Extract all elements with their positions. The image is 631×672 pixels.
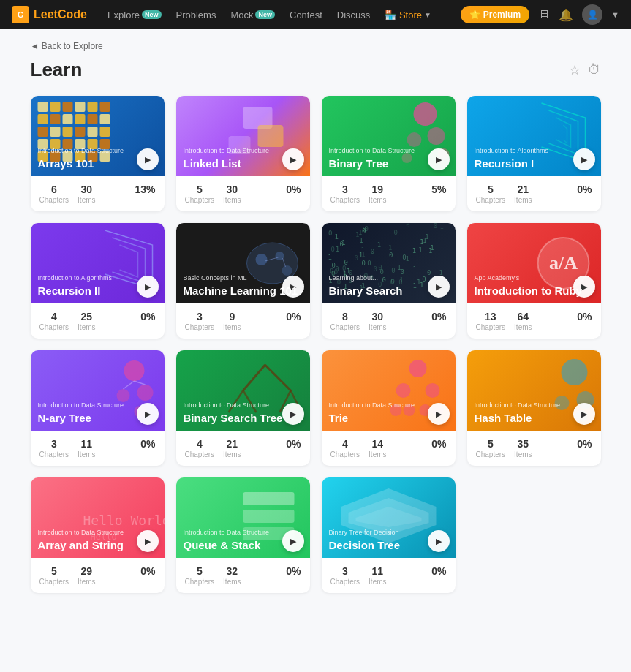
card-image-decision-tree: Binary Tree for Decision Decision Tree ▶ — [322, 477, 456, 558]
card-category-nary-tree: Introduction to Data Structure — [38, 401, 157, 409]
card-binary-tree[interactable]: Introduction to Data Structure Binary Tr… — [322, 96, 456, 211]
nav-contest[interactable]: Contest — [284, 7, 328, 23]
nav-explore[interactable]: Explore New — [102, 7, 167, 23]
items-stat-trie: 14 Items — [369, 438, 386, 458]
nav-discuss[interactable]: Discuss — [331, 7, 377, 23]
card-title-trie: Trie — [329, 412, 448, 425]
items-stat-binary-search: 30 Items — [369, 311, 386, 331]
items-stat-recursion-1: 21 Items — [514, 184, 532, 204]
card-footer-bst: 4 Chapters 21 Items 0% — [176, 431, 310, 466]
progress-stat-queue-stack: 0% — [286, 565, 301, 586]
card-linked-list[interactable]: Introduction to Data Structure Linked Li… — [176, 96, 310, 211]
page-actions: ☆ ⏱ — [569, 62, 601, 78]
notification-icon[interactable]: 🔔 — [559, 8, 573, 22]
card-recursion-2[interactable]: Introduction to Algorithms Recursion II … — [31, 223, 165, 339]
history-icon[interactable]: ⏱ — [588, 62, 601, 78]
card-footer-hash-table: 5 Chapters 35 Items 0% — [467, 431, 601, 466]
card-footer-queue-stack: 5 Chapters 32 Items 0% — [176, 558, 310, 593]
chapters-stat-bst: 4 Chapters — [185, 438, 215, 458]
card-trie[interactable]: Introduction to Data Structure Trie ▶ 4 … — [322, 350, 456, 466]
card-footer-binary-search: 8 Chapters 30 Items 0% — [322, 303, 456, 339]
card-title-nary-tree: N-ary Tree — [38, 412, 157, 425]
card-category-trie: Introduction to Data Structure — [329, 401, 448, 409]
premium-button[interactable]: ⭐ Premium — [461, 6, 529, 23]
chapters-stat-queue-stack: 5 Chapters — [185, 565, 215, 586]
card-category-queue-stack: Introduction to Data Structure — [184, 529, 303, 537]
chapters-stat-machine-learning: 3 Chapters — [185, 311, 215, 331]
card-title-array-string: Array and String — [38, 539, 157, 552]
monitor-icon[interactable]: 🖥 — [538, 8, 550, 21]
back-link[interactable]: ◄ Back to Explore — [31, 41, 601, 51]
card-category-array-string: Introduction to Data Structure — [38, 529, 157, 537]
card-title-recursion-2: Recursion II — [38, 284, 157, 298]
nav-mock[interactable]: Mock New — [224, 7, 281, 23]
chapters-stat-nary-tree: 3 Chapters — [39, 438, 69, 458]
chapters-stat-arrays-101: 6 Chapters — [39, 184, 69, 204]
avatar[interactable]: 👤 — [582, 4, 602, 25]
card-footer-binary-tree: 3 Chapters 19 Items 5% — [322, 176, 456, 211]
card-image-recursion-2: Introduction to Algorithms Recursion II … — [31, 223, 165, 303]
items-stat-machine-learning: 9 Items — [223, 311, 241, 331]
card-footer-decision-tree: 3 Chapters 11 Items 0% — [322, 558, 456, 593]
card-image-linked-list: Introduction to Data Structure Linked Li… — [176, 96, 310, 176]
progress-stat-recursion-1: 0% — [577, 184, 592, 204]
progress-stat-array-string: 0% — [140, 565, 155, 586]
card-footer-nary-tree: 3 Chapters 11 Items 0% — [31, 431, 165, 466]
card-bst[interactable]: Introduction to Data Structure Binary Se… — [176, 350, 310, 466]
card-ruby[interactable]: a/A App Academy's Introduction to Ruby ▶… — [467, 223, 601, 339]
card-arrays-101[interactable]: Introduction to Data Structure Arrays 10… — [31, 96, 165, 211]
items-stat-recursion-2: 25 Items — [78, 311, 95, 331]
card-image-machine-learning: Basic Concepts in ML Machine Learning 10… — [176, 223, 310, 303]
logo-text: LeetCode — [34, 8, 87, 21]
card-recursion-1[interactable]: Introduction to Algorithms Recursion I ▶… — [467, 96, 601, 211]
card-image-arrays-101: Introduction to Data Structure Arrays 10… — [31, 96, 165, 176]
items-stat-arrays-101: 30 Items — [78, 184, 95, 204]
card-category-binary-tree: Introduction to Data Structure — [329, 147, 448, 155]
nav-store[interactable]: 🏪 Store ▼ — [379, 7, 437, 23]
card-title-decision-tree: Decision Tree — [329, 539, 448, 552]
card-machine-learning[interactable]: Basic Concepts in ML Machine Learning 10… — [176, 223, 310, 339]
chapters-stat-hash-table: 5 Chapters — [476, 438, 506, 458]
user-chevron[interactable]: ▼ — [611, 10, 619, 19]
cards-grid: Introduction to Data Structure Arrays 10… — [31, 96, 601, 593]
chapters-stat-recursion-2: 4 Chapters — [39, 311, 69, 331]
star-icon[interactable]: ☆ — [569, 62, 581, 78]
card-image-hash-table: Introduction to Data Structure Hash Tabl… — [467, 350, 601, 431]
items-stat-bst: 21 Items — [223, 438, 241, 458]
card-hash-table[interactable]: Introduction to Data Structure Hash Tabl… — [467, 350, 601, 466]
progress-stat-binary-tree: 5% — [431, 184, 446, 204]
card-image-recursion-1: Introduction to Algorithms Recursion I ▶ — [467, 96, 601, 176]
nav-problems[interactable]: Problems — [170, 7, 222, 23]
card-footer-recursion-1: 5 Chapters 21 Items 0% — [467, 176, 601, 211]
card-image-trie: Introduction to Data Structure Trie ▶ — [322, 350, 456, 431]
nav-menu: Explore New Problems Mock New Contest Di… — [102, 7, 447, 23]
card-footer-recursion-2: 4 Chapters 25 Items 0% — [31, 303, 165, 339]
items-stat-queue-stack: 32 Items — [223, 565, 241, 586]
chapters-stat-recursion-1: 5 Chapters — [476, 184, 506, 204]
chapters-stat-linked-list: 5 Chapters — [185, 184, 215, 204]
mock-badge: New — [255, 10, 275, 19]
progress-stat-linked-list: 0% — [286, 184, 301, 204]
logo[interactable]: G LeetCode — [12, 6, 87, 23]
card-image-ruby: a/A App Academy's Introduction to Ruby ▶ — [467, 223, 601, 303]
card-image-queue-stack: Introduction to Data Structure Queue & S… — [176, 477, 310, 558]
page-title: Learn — [31, 58, 83, 81]
chapters-stat-array-string: 5 Chapters — [39, 565, 69, 586]
card-binary-search[interactable]: 0110010011101011100001000100011001000101… — [322, 223, 456, 339]
items-stat-binary-tree: 19 Items — [369, 184, 386, 204]
card-footer-trie: 4 Chapters 14 Items 0% — [322, 431, 456, 466]
card-array-string[interactable]: Hello World Hello Introduction to Data S… — [31, 477, 165, 593]
card-nary-tree[interactable]: Introduction to Data Structure N-ary Tre… — [31, 350, 165, 466]
progress-stat-ruby: 0% — [577, 311, 592, 331]
card-image-bst: Introduction to Data Structure Binary Se… — [176, 350, 310, 431]
card-queue-stack[interactable]: Introduction to Data Structure Queue & S… — [176, 477, 310, 593]
svg-text:G: G — [18, 10, 23, 19]
card-decision-tree[interactable]: Binary Tree for Decision Decision Tree ▶… — [322, 477, 456, 593]
card-title-recursion-1: Recursion I — [475, 157, 594, 170]
items-stat-array-string: 29 Items — [78, 565, 95, 586]
card-category-recursion-2: Introduction to Algorithms — [38, 274, 157, 282]
card-category-recursion-1: Introduction to Algorithms — [475, 147, 594, 155]
chapters-stat-binary-search: 8 Chapters — [330, 311, 360, 331]
progress-stat-arrays-101: 13% — [135, 184, 155, 204]
card-title-arrays-101: Arrays 101 — [38, 157, 157, 170]
